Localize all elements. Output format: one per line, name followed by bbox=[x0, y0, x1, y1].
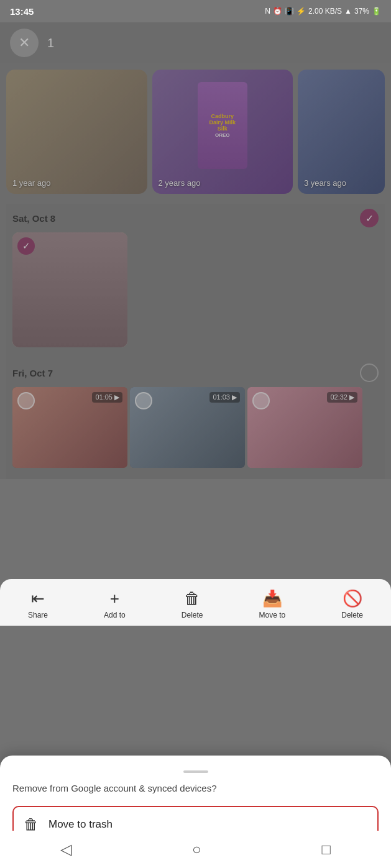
date-row-oct8: Sat, Oct 8 ✓ bbox=[12, 209, 379, 227]
drag-handle bbox=[183, 770, 208, 773]
action-delete-label: Delete bbox=[182, 611, 203, 619]
video-badge-1: 01:05 ▶ bbox=[92, 392, 122, 403]
select-all-oct7[interactable] bbox=[360, 363, 379, 382]
top-bar: ✕ 1 bbox=[0, 22, 391, 63]
action-moveto-label: Move to bbox=[259, 611, 286, 619]
notification-icon: N bbox=[265, 7, 270, 16]
action-addto[interactable]: + Add to bbox=[104, 589, 126, 619]
date-section-oct8: Sat, Oct 8 ✓ ✓ bbox=[6, 204, 385, 359]
nav-recent-button[interactable]: □ bbox=[322, 841, 331, 858]
action-delete[interactable]: 🗑 Delete bbox=[182, 589, 203, 619]
thumb-check-empty-1 bbox=[17, 392, 35, 409]
status-time: 13:45 bbox=[10, 6, 34, 17]
share-icon: ⇤ bbox=[31, 589, 45, 608]
action-share[interactable]: ⇤ Share bbox=[28, 589, 48, 619]
addto-icon: + bbox=[110, 589, 119, 608]
thumb-row-oct8: ✓ bbox=[12, 232, 379, 347]
delete2-icon: 🚫 bbox=[343, 589, 362, 608]
date-section-oct7: Fri, Oct 7 01:05 ▶ 01:03 ▶ 02:32 ▶ bbox=[6, 359, 385, 479]
vibrate-icon: 📳 bbox=[285, 7, 294, 16]
memory-card-3year[interactable]: 3 years ago bbox=[298, 70, 385, 194]
thumb-row-oct7: 01:05 ▶ 01:03 ▶ 02:32 ▶ bbox=[12, 387, 379, 468]
select-all-oct8[interactable]: ✓ bbox=[360, 209, 379, 227]
memory-label-2: 2 years ago bbox=[159, 178, 201, 188]
battery-icon: 🔋 bbox=[372, 7, 381, 16]
action-delete2-label: Delete bbox=[341, 611, 363, 619]
action-share-label: Share bbox=[28, 611, 48, 619]
memory-label-1: 1 year ago bbox=[12, 178, 50, 188]
video-thumb-oct7-3[interactable]: 02:32 ▶ bbox=[247, 387, 362, 468]
photo-thumb-oct8-1[interactable]: ✓ bbox=[12, 232, 127, 347]
close-button[interactable]: ✕ bbox=[10, 29, 39, 57]
dialog-title: Remove from Google account & synced devi… bbox=[12, 783, 379, 793]
data-speed: 2.00 KB/S bbox=[308, 7, 342, 16]
memory-card-2year[interactable]: CadburyDairy MilkSilkOREO 2 years ago bbox=[152, 70, 293, 194]
status-icons: N ⏰ 📳 ⚡ 2.00 KB/S ▲ 37% 🔋 bbox=[265, 7, 381, 16]
video-badge-3: 02:32 ▶ bbox=[327, 392, 357, 403]
nav-bar: ◁ ○ □ bbox=[0, 831, 391, 868]
memory-label-3: 3 years ago bbox=[304, 178, 346, 188]
date-label-oct7: Fri, Oct 7 bbox=[12, 368, 53, 378]
thumb-check-empty-2 bbox=[135, 392, 152, 409]
action-moveto[interactable]: 📥 Move to bbox=[259, 589, 286, 619]
selection-count: 1 bbox=[47, 36, 54, 50]
video-thumb-oct7-1[interactable]: 01:05 ▶ bbox=[12, 387, 127, 468]
memory-row: 1 year ago CadburyDairy MilkSilkOREO 2 y… bbox=[6, 70, 385, 194]
memory-card-1year[interactable]: 1 year ago bbox=[6, 70, 147, 194]
bluetooth-icon: ⚡ bbox=[297, 7, 306, 16]
move-to-trash-label: Move to trash bbox=[48, 818, 113, 831]
video-thumb-oct7-2[interactable]: 01:03 ▶ bbox=[130, 387, 245, 468]
action-addto-label: Add to bbox=[104, 611, 126, 619]
signal-icon: ▲ bbox=[344, 7, 352, 16]
action-delete2[interactable]: 🚫 Delete bbox=[341, 589, 363, 619]
video-badge-2: 01:03 ▶ bbox=[209, 392, 240, 403]
date-row-oct7: Fri, Oct 7 bbox=[12, 363, 379, 382]
moveto-icon: 📥 bbox=[262, 589, 282, 608]
photo-section: 1 year ago CadburyDairy MilkSilkOREO 2 y… bbox=[0, 63, 391, 479]
action-bar: ⇤ Share + Add to 🗑 Delete 📥 Move to 🚫 De… bbox=[0, 579, 391, 626]
battery-percent: 37% bbox=[354, 7, 369, 16]
alarm-icon: ⏰ bbox=[273, 7, 282, 16]
thumb-check-empty-3 bbox=[252, 392, 270, 409]
thumb-check-selected: ✓ bbox=[17, 237, 35, 255]
date-label-oct8: Sat, Oct 8 bbox=[12, 213, 55, 224]
nav-home-button[interactable]: ○ bbox=[192, 841, 201, 858]
nav-back-button[interactable]: ◁ bbox=[60, 841, 71, 858]
status-bar: 13:45 N ⏰ 📳 ⚡ 2.00 KB/S ▲ 37% 🔋 bbox=[0, 0, 391, 22]
delete-icon: 🗑 bbox=[184, 589, 200, 608]
